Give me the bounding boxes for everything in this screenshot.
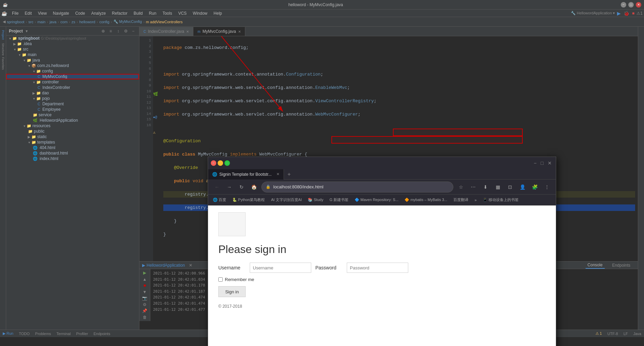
tree-item-service[interactable]: 📁 service [6, 112, 139, 118]
close-button[interactable]: ✕ [636, 2, 641, 8]
browser-refresh-btn[interactable]: ↻ [237, 182, 246, 192]
tree-item-indexcontroller[interactable]: C IndexController [6, 85, 139, 90]
maximize-button[interactable]: □ [628, 2, 634, 8]
structure-tool-icon[interactable]: Structure [0, 42, 6, 56]
tab-endpoints-bottom[interactable]: Endpoints [94, 332, 110, 336]
browser-close-btn[interactable]: ✕ [211, 160, 216, 166]
run-indicator[interactable]: ▶ Run [3, 331, 13, 336]
breadcrumb-config[interactable]: config [99, 20, 109, 24]
settings-icon[interactable]: ⚙ [123, 28, 129, 34]
project-tool-icon[interactable]: Project [0, 28, 6, 42]
run-trash-btn[interactable]: 🗑 [141, 315, 149, 320]
run-camera-btn[interactable]: 📷 [141, 296, 149, 301]
tree-item-idea[interactable]: ▶ 📁 .idea [6, 41, 139, 46]
browser-ext-btn[interactable]: 🧩 [530, 182, 539, 192]
password-input[interactable] [347, 263, 408, 273]
menu-tools[interactable]: Tools [160, 10, 175, 16]
bc-back[interactable]: ◀ [3, 19, 5, 24]
tree-item-mymvcconfig[interactable]: C MyMvcConfig [6, 74, 139, 79]
browser-win-max2[interactable]: □ [541, 160, 544, 166]
sign-in-button[interactable]: Sign in [218, 286, 246, 297]
breadcrumb-mymvcconfig[interactable]: 🔧 MyMvcConfig [113, 19, 142, 24]
bookmark-mobile[interactable]: 📱 移动设备上的书签 [481, 197, 521, 203]
browser-back-btn[interactable]: ← [212, 182, 222, 192]
menu-file[interactable]: File [9, 10, 21, 16]
tree-item-package[interactable]: ▾ 📦 com.zs.helloword [6, 63, 139, 68]
browser-settings-btn[interactable]: ⋮ [542, 182, 552, 192]
close-panel-icon[interactable]: − [130, 28, 136, 34]
tree-item-java[interactable]: ▾ 📁 java [6, 57, 139, 63]
run-pin-btn[interactable]: 📌 [141, 308, 149, 314]
tree-item-templates[interactable]: ▾ 📁 templates [6, 139, 139, 145]
menu-help[interactable]: Help [211, 10, 225, 16]
minimize-button[interactable]: − [621, 2, 626, 8]
browser-new-tab-btn[interactable]: + [284, 169, 294, 179]
browser-menu-btn[interactable]: ⋯ [468, 182, 478, 192]
tree-item-config[interactable]: ▾ 📁 config [6, 68, 139, 74]
browser-download-btn[interactable]: ⬇ [481, 182, 490, 192]
breadcrumb-zs[interactable]: zs [71, 20, 75, 24]
browser-profile-btn[interactable]: 👤 [518, 182, 527, 192]
tab-console[interactable]: Console [586, 262, 605, 269]
browser-min-btn[interactable]: − [218, 160, 223, 166]
run-close-icon[interactable]: ✕ [189, 263, 192, 268]
browser-home-btn[interactable]: 🏠 [249, 182, 259, 192]
menu-code[interactable]: Code [72, 10, 88, 16]
run-settings-btn[interactable]: ⚙ [141, 302, 149, 307]
tree-item-pojo[interactable]: ▾ 📁 pojo [6, 96, 139, 101]
stop-button[interactable]: ■ [632, 11, 634, 16]
build-button[interactable]: ▶ [617, 11, 621, 16]
debug-button[interactable]: 🐞 [624, 11, 629, 16]
menu-window[interactable]: Window [190, 10, 210, 16]
run-down-btn[interactable]: ▼ [141, 290, 149, 295]
remember-me-checkbox[interactable] [218, 277, 223, 282]
bookmark-maven[interactable]: 🔷 Maven Repository: S... [353, 197, 400, 203]
menu-analyze[interactable]: Analyze [88, 10, 109, 16]
tree-item-dao[interactable]: ▶ 📁 dao [6, 90, 139, 96]
breadcrumb-java[interactable]: java [50, 20, 56, 24]
tab-terminal[interactable]: Terminal [56, 332, 71, 336]
menu-run[interactable]: Run [146, 10, 159, 16]
tree-item-controller[interactable]: ▾ 📁 controller [6, 79, 139, 85]
favorites-tool-icon[interactable]: Favorites [0, 57, 6, 70]
menu-refactor[interactable]: Refactor [109, 10, 130, 16]
bookmark-study[interactable]: 📚 Study [306, 197, 325, 203]
run-up-btn[interactable]: ▲ [141, 277, 149, 282]
browser-url-bar[interactable]: 🔒 localhost:8080/index.html [261, 182, 453, 192]
bookmark-python[interactable]: 🐍 Python菜鸟教程 [230, 197, 267, 203]
tab-mymvcconfig[interactable]: m MyMvcConfig.java ✕ [193, 27, 245, 36]
sort-icon[interactable]: ↕ [115, 28, 121, 34]
tab-endpoints[interactable]: Endpoints [610, 262, 632, 268]
bookmark-mybatis[interactable]: 🔶 mybatis – MyBatis 3... [402, 197, 449, 203]
breadcrumb-springboot[interactable]: springboot [7, 20, 24, 24]
tree-item-static[interactable]: ▶ 📁 static [6, 134, 139, 139]
breadcrumb-method[interactable]: m addViewControllers [146, 20, 182, 24]
browser-forward-btn[interactable]: → [224, 182, 234, 192]
tab-indexcontroller[interactable]: C IndexController.java ✕ [139, 27, 193, 36]
run-stop-btn[interactable]: ■ [141, 283, 149, 288]
run-play-btn[interactable]: ▶ [141, 270, 149, 276]
browser-win-min2[interactable]: − [534, 160, 536, 166]
username-input[interactable] [250, 263, 311, 273]
bookmark-more[interactable]: » [472, 197, 479, 203]
tree-item-hellowordapp[interactable]: 🌿 HellowordApplication [6, 118, 139, 123]
menu-view[interactable]: View [35, 10, 50, 16]
tab-todo[interactable]: TODO [19, 332, 30, 336]
breadcrumb-src[interactable]: src [28, 20, 33, 24]
tree-item-dashboard[interactable]: 🌐 dashboard.html [6, 150, 139, 156]
tree-item-main[interactable]: ▾ 📁 main [6, 52, 139, 57]
tree-item-404[interactable]: 🌐 404.html [6, 145, 139, 150]
bookmark-baidu[interactable]: 🌐 百度 [211, 197, 228, 203]
tab-problems[interactable]: Problems [35, 332, 51, 336]
browser-tabs-btn[interactable]: ▦ [493, 182, 503, 192]
run-config-selector[interactable]: 🔧 HellowordApplication ▾ [571, 11, 615, 15]
tree-item-root[interactable]: ▾ 📁 springboot G:\Desktop\java\springboo… [6, 36, 139, 41]
breadcrumb-main[interactable]: main [37, 20, 45, 24]
browser-max-btn[interactable]: □ [224, 160, 230, 166]
tab-close-mymvcconfig[interactable]: ✕ [238, 30, 241, 34]
menu-vcs[interactable]: VCS [176, 10, 190, 16]
locate-icon[interactable]: ⊕ [100, 28, 106, 34]
tab-profiler[interactable]: Profiler [76, 332, 88, 336]
browser-bookmark-star[interactable]: ☆ [456, 182, 466, 192]
breadcrumb-com[interactable]: com [60, 20, 68, 24]
